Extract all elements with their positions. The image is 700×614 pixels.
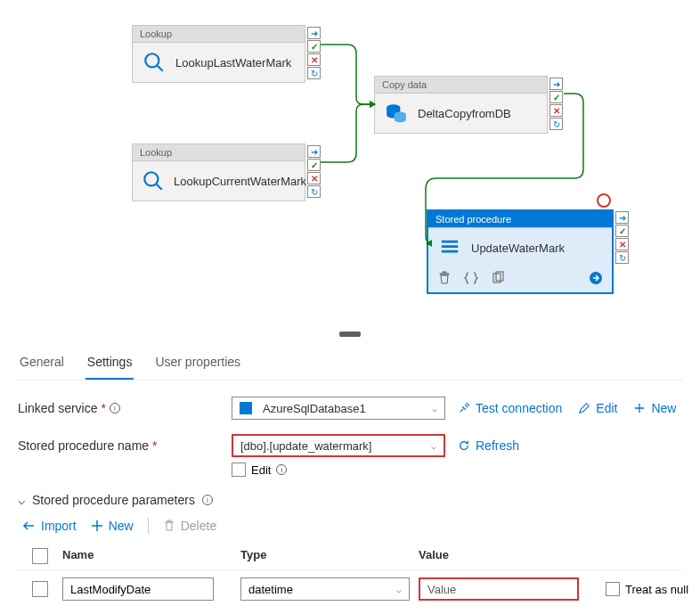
svg-rect-8 [442, 250, 458, 253]
chevron-down-icon: ⌵ [432, 404, 437, 413]
parameter-value-input[interactable]: Value [419, 577, 579, 601]
port-skip-icon[interactable]: ↻ [549, 118, 563, 130]
parameter-type-dropdown[interactable]: datetime ⌵ [240, 577, 410, 601]
svg-rect-6 [442, 241, 458, 243]
activity-status-ports[interactable]: ➜ ✓ ✕ ↻ [307, 27, 321, 79]
plus-icon [633, 402, 646, 414]
import-button[interactable]: Import [21, 519, 77, 533]
activity-status-ports[interactable]: ➜ ✓ ✕ ↻ [615, 211, 629, 264]
pipeline-canvas[interactable]: Lookup LookupLastWaterMark ➜ ✓ ✕ ↻ Looku… [0, 0, 700, 330]
properties-panel: General Settings User properties Linked … [0, 340, 700, 608]
parameter-name-input[interactable] [62, 577, 214, 601]
chevron-down-icon: ⌵ [431, 441, 436, 451]
info-icon[interactable]: i [110, 403, 120, 413]
port-skip-icon[interactable]: ↻ [615, 251, 629, 264]
tab-general[interactable]: General [18, 348, 66, 380]
code-braces-icon[interactable] [464, 271, 478, 285]
test-connection-button[interactable]: Test connection [458, 401, 562, 415]
treat-as-null-label: Treat as null [625, 583, 688, 596]
delete-icon[interactable] [437, 271, 452, 285]
pencil-icon [578, 402, 590, 414]
port-completion-icon[interactable]: ✓ [307, 40, 321, 53]
activity-lookup-last-watermark[interactable]: Lookup LookupLastWaterMark [132, 25, 305, 83]
stored-procedure-name-label: Stored procedure name * [18, 438, 232, 453]
magnifier-icon [142, 168, 165, 193]
refresh-button[interactable]: Refresh [458, 438, 519, 453]
new-button[interactable]: New [633, 401, 676, 415]
panel-resize-handle[interactable] [339, 332, 361, 337]
port-completion-icon[interactable]: ✓ [307, 159, 321, 171]
port-success-icon[interactable]: ➜ [307, 27, 321, 39]
treat-as-null-checkbox[interactable] [606, 582, 620, 596]
chevron-down-icon: ⌵ [18, 493, 25, 507]
delete-parameter-button: Delete [163, 519, 216, 533]
properties-tabs: General Settings User properties [18, 340, 682, 381]
select-all-checkbox[interactable] [32, 548, 48, 564]
svg-point-0 [145, 53, 159, 67]
plug-icon [458, 402, 470, 414]
activity-name: LookupCurrentWaterMark [174, 175, 306, 188]
activity-type-label: Lookup [133, 26, 305, 43]
activity-status-ports[interactable]: ➜ ✓ ✕ ↻ [549, 78, 563, 130]
activity-type-label: Copy data [375, 77, 547, 94]
row-checkbox[interactable] [32, 581, 48, 597]
port-failure-icon[interactable]: ✕ [307, 53, 321, 66]
validation-error-icon [597, 193, 611, 208]
column-header-type: Type [240, 548, 419, 564]
activity-type-label: Stored procedure [428, 211, 612, 228]
parameters-table: Name Type Value datetime ⌵ Value Treat a… [18, 543, 682, 608]
copy-icon[interactable] [491, 271, 505, 285]
port-success-icon[interactable]: ➜ [549, 78, 563, 90]
column-header-value: Value [419, 548, 606, 564]
edit-checkbox-label: Edit [251, 463, 271, 477]
port-success-icon[interactable]: ➜ [307, 145, 321, 158]
new-parameter-button[interactable]: New [91, 519, 134, 533]
linked-service-label: Linked service * i [18, 401, 232, 415]
trash-icon [163, 520, 175, 532]
plus-icon [91, 520, 103, 532]
port-success-icon[interactable]: ➜ [615, 211, 629, 224]
stored-procedure-parameters-section[interactable]: ⌵ Stored procedure parameters i [18, 493, 682, 507]
activity-name: LookupLastWaterMark [175, 56, 291, 70]
activity-name: DeltaCopyfromDB [418, 107, 511, 120]
port-failure-icon[interactable]: ✕ [307, 172, 321, 184]
stored-procedure-name-dropdown[interactable]: [dbo].[update_watermark] ⌵ [232, 434, 445, 457]
activity-copy-data[interactable]: Copy data DeltaCopyfromDB [374, 76, 548, 134]
database-icon [240, 402, 252, 414]
separator [148, 518, 149, 534]
port-failure-icon[interactable]: ✕ [615, 238, 629, 250]
parameter-row: datetime ⌵ Value Treat as null [18, 570, 682, 608]
magnifier-icon [142, 50, 167, 75]
stored-procedure-icon [437, 235, 462, 260]
svg-line-3 [156, 184, 162, 190]
port-completion-icon[interactable]: ✓ [615, 225, 629, 237]
linked-service-dropdown[interactable]: AzureSqlDatabase1 ⌵ [232, 397, 445, 420]
arrow-right-circle-icon[interactable] [589, 271, 603, 285]
port-failure-icon[interactable]: ✕ [549, 104, 563, 117]
activity-lookup-current-watermark[interactable]: Lookup LookupCurrentWaterMark [132, 143, 305, 201]
info-icon[interactable]: i [202, 495, 213, 505]
svg-line-1 [157, 65, 163, 71]
chevron-down-icon: ⌵ [396, 585, 402, 594]
port-completion-icon[interactable]: ✓ [549, 91, 563, 103]
edit-checkbox[interactable] [232, 463, 246, 477]
activity-type-label: Lookup [133, 144, 305, 161]
refresh-icon [458, 439, 470, 452]
activity-name: UpdateWaterMark [471, 242, 565, 255]
import-icon [21, 520, 36, 532]
port-skip-icon[interactable]: ↻ [307, 67, 321, 79]
svg-point-2 [144, 172, 158, 185]
svg-rect-7 [442, 245, 458, 248]
activity-stored-procedure[interactable]: Stored procedure UpdateWaterMark [427, 209, 614, 294]
column-header-name: Name [62, 548, 240, 564]
activity-status-ports[interactable]: ➜ ✓ ✕ ↻ [307, 145, 321, 198]
tab-settings[interactable]: Settings [85, 348, 134, 380]
tab-user-properties[interactable]: User properties [153, 348, 242, 380]
info-icon[interactable]: i [276, 464, 287, 475]
database-copy-icon [384, 101, 409, 126]
edit-button[interactable]: Edit [578, 401, 617, 415]
port-skip-icon[interactable]: ↻ [307, 185, 321, 198]
